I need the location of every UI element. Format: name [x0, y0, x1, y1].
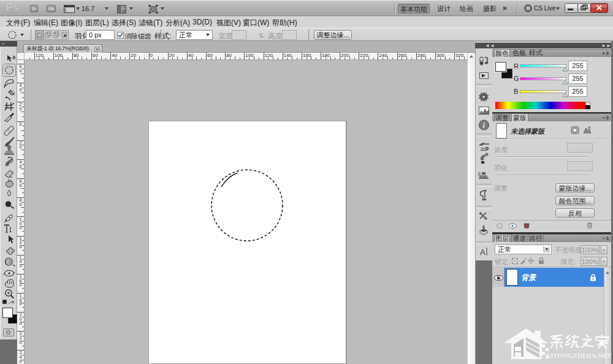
svg-text:A: A: [480, 248, 485, 257]
